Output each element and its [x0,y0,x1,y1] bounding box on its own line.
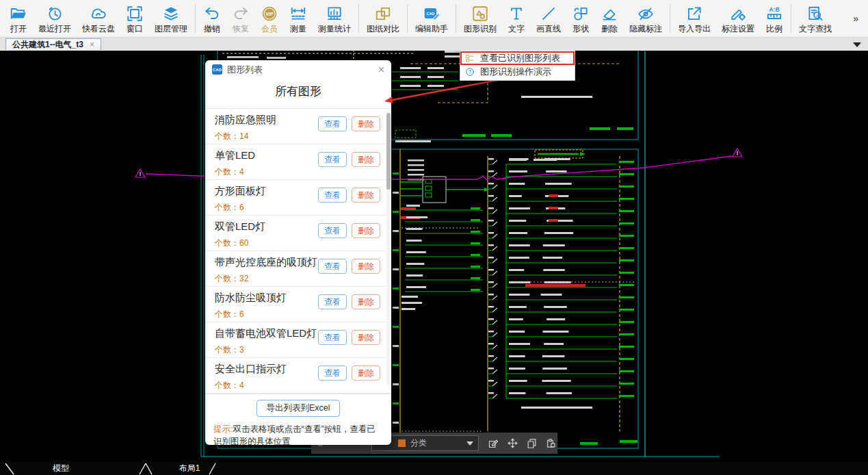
toolbar-button-undo[interactable]: 撤销 [198,3,226,34]
scrollbar-thumb[interactable] [386,113,391,190]
edit-annotation-icon[interactable] [488,437,499,449]
scrollbar[interactable] [386,112,391,385]
shape-list-row[interactable]: 带声光控底座的吸顶灯个数：32查看删除 [205,251,391,287]
view-button[interactable]: 查看 [318,259,347,274]
vip-icon: VIP [261,4,278,23]
toolbar-button-compare[interactable]: 图纸对比 [361,3,405,34]
hint-text: 提示:双击表格项或点击“查看”按钮，查看已识别图形的具体位置 [213,423,383,445]
toolbar-button-label: 恢复 [233,25,249,33]
menu-item-2[interactable]: 查看已识别图形列表 [460,51,575,65]
toolbar-button-ruler[interactable]: 测量 [284,3,313,34]
toolbar-button-label: 窗口 [127,25,143,33]
view-button[interactable]: 查看 [318,152,347,167]
eraser-icon [601,4,618,23]
toolbar-button-label: 撤销 [204,25,220,33]
toolbar-button-text[interactable]: 文字 [502,3,531,34]
statusbar-tab-layout1[interactable]: 布局1 [168,462,211,475]
view-button[interactable]: 查看 [318,294,347,309]
scale-icon: A:B [765,4,783,23]
dialog-titlebar[interactable]: CAD 图形列表 × [205,60,391,79]
toolbar-button-label: 图纸对比 [367,25,399,33]
delete-button[interactable]: 删除 [352,116,380,131]
tab-list-caret-icon[interactable] [853,42,861,47]
classify-color-icon [398,439,406,447]
toolbar-button-label: 测量统计 [318,25,351,33]
ruler-icon [289,4,307,23]
toolbar-button-window[interactable]: 窗口 [120,3,149,34]
main-toolbar: 打开最近打开快看云盘窗口图层管理撤销恢复VIP会员测量测量统计图纸对比CAD编辑… [0,0,868,38]
shape-list-row[interactable]: 单管LED个数：4查看删除 [205,144,391,180]
view-button[interactable]: 查看 [318,188,347,203]
view-button[interactable]: 查看 [318,330,347,345]
shape-list-row[interactable]: 方形面板灯个数：6查看删除 [205,180,391,216]
delete-button[interactable]: 删除 [352,294,380,309]
delete-button[interactable]: 删除 [352,188,380,203]
toolbar-button-text-search[interactable]: A文字查找 [793,3,837,34]
menu-item-label: 查看已识别图形列表 [480,52,560,64]
svg-text:?: ? [469,69,471,74]
toolbar-button-open-folder[interactable]: 打开 [4,3,33,34]
delete-button[interactable]: 删除 [352,152,380,167]
row-buttons: 查看删除 [318,294,380,309]
dialog-close-icon[interactable]: × [378,64,384,75]
layers-icon [162,4,180,23]
shape-list-row[interactable]: 安全出口指示灯个数：4查看删除 [205,358,391,394]
toolbar-button-shapes[interactable]: 形状 [566,3,595,34]
shape-recognition-icon [471,4,489,23]
cloud-icon [90,4,107,23]
toolbar-button-edit-assistant[interactable]: CAD编辑助手 [410,3,453,34]
undo-icon [203,4,221,23]
toolbar-button-vip[interactable]: VIP会员 [255,3,284,34]
shape-list-row[interactable]: 消防应急照明个数：14查看删除 [205,109,391,144]
view-button[interactable]: 查看 [318,116,347,131]
hint-body: 双击表格项或点击“查看”按钮，查看已识别图形的具体位置 [213,424,376,445]
toolbar-button-eraser[interactable]: 删除 [595,3,624,34]
redo-icon [232,4,250,23]
toolbar-separator [358,4,359,33]
menu-item-3[interactable]: ?图形识别操作演示 [460,65,575,79]
delete-button[interactable]: 删除 [352,259,380,274]
recent-clock-icon [46,4,64,23]
view-button[interactable]: 查看 [318,365,347,381]
shape-count: 个数：14 [215,131,387,142]
shape-list-row[interactable]: 防水防尘吸顶灯个数：6查看删除 [205,287,391,322]
toolbar-button-cloud[interactable]: 快看云盘 [77,3,120,34]
toolbar-overflow-indicator[interactable]: » [853,13,864,24]
shape-count: 个数：4 [215,380,387,391]
toolbar-button-label: 导入导出 [678,25,711,33]
shape-count: 个数：3 [215,344,387,356]
cad-canvas[interactable] [0,51,868,462]
menu-list-icon [465,53,475,63]
delete-button[interactable]: 删除 [352,365,380,381]
document-tab[interactable]: 公共建筑1--电气_t3 × [5,38,101,50]
delete-button[interactable]: 删除 [352,330,380,345]
export-to-excel-button[interactable]: 导出列表到Excel [257,400,339,417]
toolbar-button-layers[interactable]: 图层管理 [149,3,193,34]
view-button[interactable]: 查看 [318,223,347,238]
shape-list-row[interactable]: 双管LED灯个数：60查看删除 [205,216,391,251]
toolbar-button-label: 删除 [601,25,618,33]
toolbar-button-label: 打开 [10,25,27,33]
tab-close-icon[interactable]: × [90,40,94,49]
statusbar-tab-model[interactable]: 模型 [41,462,81,475]
toolbar-button-scale[interactable]: A:B比例 [760,3,789,34]
toolbar-button-recent-clock[interactable]: 最近打开 [33,3,77,34]
paste-icon[interactable] [545,437,557,449]
toolbar-separator [456,4,456,33]
toolbar-button-label: 形状 [573,25,589,33]
toolbar-button-eye-off[interactable]: 隐藏标注 [624,3,668,34]
statusbar-tab-dividers [0,462,868,475]
move-icon[interactable] [507,437,518,449]
toolbar-button-line[interactable]: 画直线 [531,3,566,34]
delete-button[interactable]: 删除 [352,223,380,238]
toolbar-button-shape-recognition[interactable]: 图形识别 [458,3,502,34]
copy-icon[interactable] [526,437,538,449]
toolbar-button-measure-stats[interactable]: 测量统计 [313,3,356,34]
canvas-tool-icons [488,437,557,449]
toolbar-button-redo[interactable]: 恢复 [226,3,255,34]
shape-list-row[interactable]: 自带蓄电池双管LED灯个数：3查看删除 [205,322,391,358]
toolbar-button-annotation-settings[interactable]: 标注设置 [716,3,760,34]
annotation-settings-icon [729,4,747,23]
toolbar-button-import-export[interactable]: 导入导出 [672,3,716,34]
hint-prefix: 提示: [213,424,233,434]
